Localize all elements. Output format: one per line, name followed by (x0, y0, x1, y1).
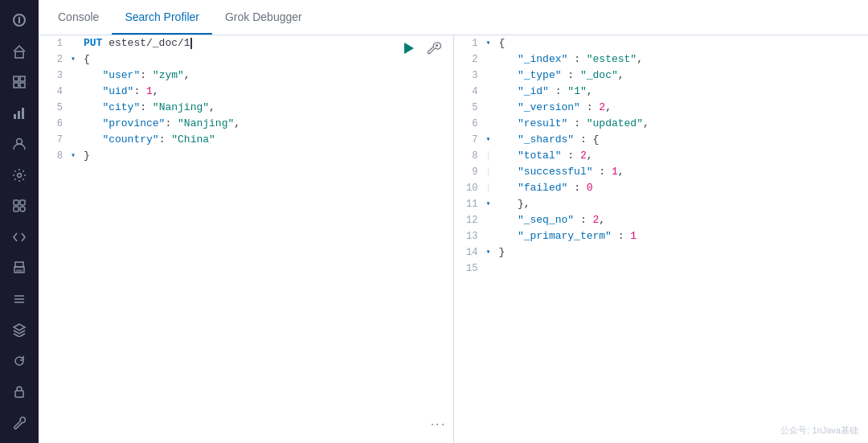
svg-rect-6 (20, 83, 25, 88)
right-line-num-12: 12 (454, 212, 486, 228)
right-line-7: 7 ▾ "_shards" : { (454, 132, 869, 148)
right-code-editor: 1 ▾ { 2 "_index" : "estest", 3 "_type" :… (454, 35, 869, 443)
svg-point-15 (20, 207, 25, 211)
svg-rect-18 (16, 269, 23, 272)
sidebar-icon-circle[interactable] (5, 6, 34, 35)
sidebar-icon-home[interactable] (5, 38, 34, 66)
sidebar (0, 0, 39, 443)
line-content-1: PUT estest/_doc/1 (80, 35, 453, 51)
line-num-3: 3 (39, 68, 71, 84)
right-line-6: 6 "result" : "updated", (454, 116, 869, 132)
right-content-13: "_primary_term" : 1 (496, 228, 869, 244)
line-num-7: 7 (39, 132, 71, 148)
line-content-5: "city": "Nanjing", (80, 100, 453, 116)
play-button[interactable] (399, 39, 418, 58)
left-line-6: 6 "province": "Nanjing", (39, 116, 453, 132)
svg-marker-23 (404, 43, 414, 54)
right-fold-7[interactable]: ▾ (486, 132, 496, 148)
sidebar-icon-lock[interactable] (5, 378, 34, 406)
svg-rect-7 (14, 114, 16, 119)
right-line-num-13: 13 (454, 228, 486, 244)
line-content-3: "user": "zym", (80, 68, 453, 84)
right-line-num-10: 10 (454, 180, 486, 196)
svg-rect-5 (14, 83, 18, 88)
left-line-3: 3 "user": "zym", (39, 68, 453, 84)
svg-point-24 (436, 44, 438, 47)
more-options-button[interactable]: ⋮ (429, 417, 447, 433)
right-line-num-3: 3 (454, 68, 486, 84)
sidebar-icon-refresh[interactable] (5, 347, 34, 375)
svg-rect-16 (15, 262, 23, 267)
right-line-12: 12 "_seq_no" : 2, (454, 212, 869, 228)
line-num-5: 5 (39, 100, 71, 116)
right-line-num-1: 1 (454, 35, 486, 51)
right-line-num-14: 14 (454, 244, 486, 260)
right-content-14: } (496, 244, 869, 260)
editor-area: 1 PUT estest/_doc/1 2 ▾ { 3 "user": "zym… (39, 35, 868, 443)
svg-rect-8 (18, 111, 20, 119)
right-content-6: "result" : "updated", (496, 116, 869, 132)
right-line-num-9: 9 (454, 164, 486, 180)
svg-rect-12 (14, 200, 18, 205)
line-content-7: "country": "China" (80, 132, 453, 148)
right-fold-1[interactable]: ▾ (486, 35, 496, 51)
line-content-6: "province": "Nanjing", (80, 116, 453, 132)
right-line-8: 8 │ "total" : 2, (454, 148, 869, 164)
sidebar-icon-tools[interactable] (5, 409, 34, 437)
right-line-num-11: 11 (454, 196, 486, 212)
right-fold-14[interactable]: ▾ (486, 244, 496, 260)
sidebar-icon-grid[interactable] (5, 68, 34, 96)
right-line-10: 10 │ "failed" : 0 (454, 180, 869, 196)
line-content-2: { (80, 51, 453, 68)
tab-search-profiler[interactable]: Search Profiler (112, 1, 212, 35)
tab-bar: Console Search Profiler Grok Debugger (39, 0, 868, 35)
line-fold-8[interactable]: ▾ (71, 148, 80, 164)
right-line-4: 4 "_id" : "1", (454, 84, 869, 100)
svg-rect-9 (22, 108, 24, 119)
right-line-num-6: 6 (454, 116, 486, 132)
left-line-7: 7 "country": "China" (39, 132, 453, 148)
left-line-2: 2 ▾ { (39, 51, 453, 68)
sidebar-icon-layers[interactable] (5, 316, 34, 344)
right-line-num-5: 5 (454, 100, 486, 116)
line-fold-2[interactable]: ▾ (71, 51, 80, 68)
right-line-11: 11 ▾ }, (454, 196, 869, 212)
right-fold-8: │ (486, 148, 496, 164)
right-line-num-2: 2 (454, 51, 486, 68)
right-content-2: "_index" : "estest", (496, 51, 869, 68)
sidebar-icon-gear[interactable] (5, 162, 34, 190)
right-panel: 1 ▾ { 2 "_index" : "estest", 3 "_type" :… (454, 35, 869, 443)
svg-rect-3 (14, 76, 18, 81)
right-line-num-8: 8 (454, 148, 486, 164)
sidebar-icon-dev[interactable] (5, 224, 34, 252)
sidebar-icon-print[interactable] (5, 254, 34, 282)
sidebar-icon-chart[interactable] (5, 100, 34, 128)
line-num-4: 4 (39, 84, 71, 100)
right-content-8: "total" : 2, (496, 148, 869, 164)
line-content-4: "uid": 1, (80, 84, 453, 100)
right-content-3: "_type" : "_doc", (496, 68, 869, 84)
sidebar-icon-user[interactable] (5, 130, 34, 158)
right-fold-9: │ (486, 164, 496, 180)
wrench-button[interactable] (424, 39, 444, 58)
sidebar-icon-list[interactable] (5, 285, 34, 314)
right-line-num-7: 7 (454, 132, 486, 148)
right-line-1: 1 ▾ { (454, 35, 869, 51)
left-code-editor[interactable]: 1 PUT estest/_doc/1 2 ▾ { 3 "user": "zym… (39, 35, 453, 443)
tab-console[interactable]: Console (45, 1, 112, 35)
right-line-9: 9 │ "successful" : 1, (454, 164, 869, 180)
right-fold-11[interactable]: ▾ (486, 196, 496, 212)
editor-toolbar (399, 39, 444, 58)
svg-rect-13 (20, 200, 25, 205)
tab-grok-debugger[interactable]: Grok Debugger (212, 1, 315, 35)
main-content: Console Search Profiler Grok Debugger 1 … (39, 0, 868, 443)
right-content-12: "_seq_no" : 2, (496, 212, 869, 228)
right-line-2: 2 "_index" : "estest", (454, 51, 869, 68)
left-line-4: 4 "uid": 1, (39, 84, 453, 100)
left-panel: 1 PUT estest/_doc/1 2 ▾ { 3 "user": "zym… (39, 35, 454, 443)
right-content-5: "_version" : 2, (496, 100, 869, 116)
svg-point-11 (18, 173, 22, 177)
right-fold-10: │ (486, 180, 496, 196)
sidebar-icon-puzzle[interactable] (5, 192, 34, 220)
right-line-5: 5 "_version" : 2, (454, 100, 869, 116)
